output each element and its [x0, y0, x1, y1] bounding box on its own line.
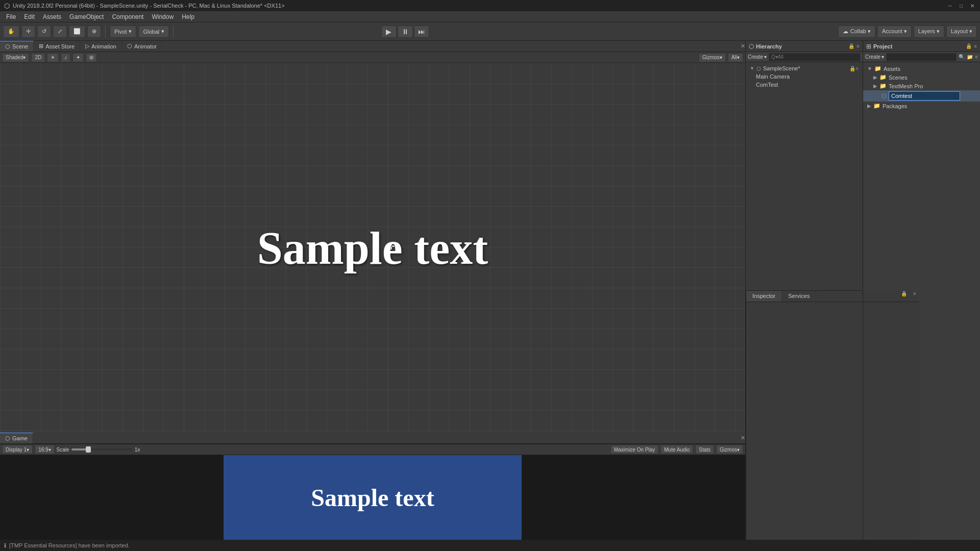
- project-header-icons: 🔒 ≡: [966, 43, 977, 49]
- tab-game-label: Game: [12, 435, 28, 441]
- game-gizmos-dropdown[interactable]: Gizmos ▾: [716, 445, 743, 454]
- hierarchy-menu-icon[interactable]: ≡: [856, 43, 860, 49]
- hierarchy-header-icons: 🔒 ≡: [848, 43, 860, 49]
- collab-label: Collab ▾: [850, 28, 871, 35]
- game-toolbar: Display 1 ▾ 16:9 ▾ Scale 1x M: [0, 444, 745, 455]
- scale-slider-thumb[interactable]: [86, 446, 91, 453]
- project-folder-icon[interactable]: 📁: [967, 54, 973, 60]
- hierarchy-lock-icon[interactable]: 🔒: [848, 43, 854, 49]
- transform-rotate-tool[interactable]: ↺: [37, 26, 51, 38]
- transform-hand-tool[interactable]: ✋: [3, 26, 19, 38]
- aspect-dropdown[interactable]: 16:9 ▾: [35, 445, 54, 454]
- scene-panel-close[interactable]: ✕: [741, 43, 745, 49]
- mute-audio-label: Mute Audio: [664, 447, 690, 453]
- audio-button[interactable]: ♪: [61, 53, 70, 62]
- hierarchy-create-button[interactable]: Create ▾: [748, 54, 767, 60]
- menu-edit[interactable]: Edit: [20, 12, 39, 21]
- pivot-dropdown[interactable]: Pivot ▾: [110, 26, 136, 38]
- title-bar-controls[interactable]: ─ □ ✕: [946, 2, 976, 9]
- layers-dropdown[interactable]: Layers ▾: [914, 26, 944, 38]
- transform-rect-tool[interactable]: ⬜: [69, 26, 85, 38]
- menu-help[interactable]: Help: [178, 12, 199, 21]
- game-left-letterbox: [0, 455, 224, 540]
- hierarchy-item-comtest[interactable]: ComTest: [746, 81, 863, 89]
- tab-asset-store[interactable]: ⊞ Asset Store: [34, 41, 80, 52]
- hierarchy-icon: ⬡: [749, 43, 754, 50]
- comtest-rename-input[interactable]: [889, 91, 960, 101]
- scale-slider-track[interactable]: [71, 448, 133, 450]
- maximize-button[interactable]: □: [958, 2, 965, 9]
- scene-toolbar: Shaded ▾ 2D ☀ ♪ ✦ ⊞ Gizmos ▾ All ▾: [0, 52, 745, 63]
- show-grids-button[interactable]: ⊞: [86, 53, 97, 62]
- tab-animator[interactable]: ⬡ Animator: [122, 41, 162, 52]
- project-lock-icon[interactable]: 🔒: [966, 43, 972, 49]
- project-search-icon[interactable]: 🔍: [959, 54, 965, 60]
- project-assets-folder[interactable]: ▼ 📁 Assets: [863, 64, 980, 73]
- account-label: Account ▾: [882, 28, 907, 35]
- game-panel-close[interactable]: ✕: [741, 435, 745, 441]
- transform-combo-tool[interactable]: ⊕: [87, 26, 101, 38]
- project-create-button[interactable]: Create ▾: [865, 54, 884, 60]
- tmp-label: TextMesh Pro: [889, 83, 923, 89]
- project-list-icon[interactable]: ≡: [975, 54, 978, 60]
- view-2d-button[interactable]: 2D: [31, 53, 45, 62]
- minimize-button[interactable]: ─: [946, 2, 953, 9]
- maximize-on-play-button[interactable]: Maximize On Play: [610, 445, 659, 454]
- project-comtest-item[interactable]: ⬡: [863, 90, 980, 102]
- hierarchy-panel: ⬡ Hierarchy 🔒 ≡ Create ▾ ▼ ⬡: [746, 41, 863, 291]
- project-search-input[interactable]: [886, 53, 957, 61]
- scene-viewport[interactable]: Sample text ✛: [0, 63, 745, 433]
- transform-scale-tool[interactable]: ⤢: [53, 26, 67, 38]
- collab-dropdown[interactable]: ☁ Collab ▾: [838, 26, 875, 38]
- mute-audio-button[interactable]: Mute Audio: [660, 445, 693, 454]
- project-packages-folder[interactable]: ▶ 📁 Packages: [863, 102, 980, 110]
- hierarchy-item-main-camera[interactable]: Main Camera: [746, 72, 863, 81]
- account-dropdown[interactable]: Account ▾: [877, 26, 912, 38]
- hierarchy-scene-root[interactable]: ▼ ⬡ SampleScene* 🔒 ≡: [746, 64, 863, 72]
- scale-label: Scale: [57, 447, 69, 453]
- tab-services[interactable]: Services: [782, 291, 816, 302]
- services-tab-label: Services: [788, 293, 810, 299]
- packages-collapse-arrow: ▶: [867, 103, 871, 109]
- hierarchy-search-input[interactable]: [769, 53, 861, 61]
- tab-scene-label: Scene: [12, 43, 28, 49]
- game-gizmos-label: Gizmos: [720, 447, 737, 453]
- all-layers-dropdown[interactable]: All ▾: [728, 53, 743, 62]
- right-panels: ⬡ Hierarchy 🔒 ≡ Create ▾ ▼ ⬡: [745, 41, 863, 540]
- status-icon: ℹ: [4, 542, 6, 549]
- stats-button[interactable]: Stats: [695, 445, 714, 454]
- play-button[interactable]: ▶: [381, 26, 397, 38]
- close-button[interactable]: ✕: [969, 2, 976, 9]
- step-button[interactable]: ⏭: [414, 26, 429, 38]
- project-textmeshpro-folder[interactable]: ▶ 📁 TextMesh Pro: [863, 82, 980, 90]
- effects-button[interactable]: ✦: [72, 53, 84, 62]
- main-content: ⬡ Scene ⊞ Asset Store ▷ Animation ⬡ Anim…: [0, 41, 980, 540]
- pause-button[interactable]: ⏸: [398, 26, 413, 38]
- menu-window[interactable]: Window: [148, 12, 178, 21]
- tab-game[interactable]: ⬡ Game: [0, 433, 33, 443]
- create-arrow-icon: ▾: [764, 54, 767, 60]
- menu-assets[interactable]: Assets: [39, 12, 65, 21]
- project-header-left: ⊞ Project: [866, 43, 892, 50]
- transform-move-tool[interactable]: ✛: [21, 26, 35, 38]
- project-menu-icon[interactable]: ≡: [974, 43, 977, 49]
- lighting-button[interactable]: ☀: [47, 53, 59, 62]
- tab-scene[interactable]: ⬡ Scene: [0, 41, 34, 52]
- menu-gameobject[interactable]: GameObject: [65, 12, 108, 21]
- global-dropdown[interactable]: Global ▾: [138, 26, 169, 38]
- shaded-label: Shaded: [6, 55, 23, 60]
- menu-file[interactable]: File: [2, 12, 20, 21]
- tab-animation-label: Animation: [91, 43, 116, 49]
- toolbar-right: ☁ Collab ▾ Account ▾ Layers ▾ Layout ▾: [838, 26, 977, 38]
- tab-inspector[interactable]: Inspector: [746, 291, 782, 302]
- gizmos-arrow-icon: ▾: [720, 55, 722, 60]
- hierarchy-toolbar: Create ▾: [746, 52, 863, 62]
- shaded-dropdown[interactable]: Shaded ▾: [2, 53, 29, 62]
- tab-animation[interactable]: ▷ Animation: [80, 41, 122, 52]
- gizmos-dropdown[interactable]: Gizmos ▾: [699, 53, 726, 62]
- game-viewport: Sample text: [0, 455, 745, 540]
- display-dropdown[interactable]: Display 1 ▾: [2, 445, 33, 454]
- project-scenes-folder[interactable]: ▶ 📁 Scenes: [863, 73, 980, 82]
- layout-dropdown[interactable]: Layout ▾: [946, 26, 977, 38]
- menu-component[interactable]: Component: [108, 12, 148, 21]
